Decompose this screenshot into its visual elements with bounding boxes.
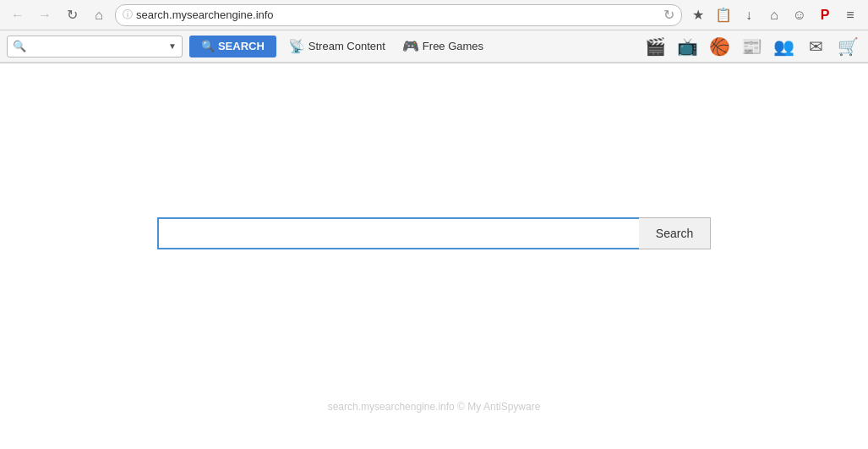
mail-icon[interactable]: ✉	[802, 33, 829, 60]
reload-button[interactable]: ↻	[61, 4, 83, 26]
bookmark-list-button[interactable]: 📋	[712, 4, 734, 26]
address-bar: ⓘ ↻	[115, 4, 682, 26]
info-icon[interactable]: ⓘ	[123, 8, 133, 22]
sports-icon[interactable]: 🏀	[706, 33, 733, 60]
emoji-button[interactable]: ☺	[789, 4, 811, 26]
free-games-link[interactable]: 🎮 Free Games	[397, 36, 489, 56]
free-games-label: Free Games	[423, 40, 483, 52]
footer-watermark: search.mysearchengine.info © My AntiSpyw…	[328, 401, 541, 413]
stream-content-label: Stream Content	[308, 40, 385, 52]
toolbar-search-btn-icon: 🔍	[201, 40, 215, 52]
toolbar: 🔍 ▼ 🔍 SEARCH 📡 Stream Content 🎮 Free Gam…	[0, 30, 868, 63]
toolbar-search-btn-label: SEARCH	[218, 40, 265, 52]
people-icon[interactable]: 👥	[770, 33, 797, 60]
address-input[interactable]	[136, 8, 660, 21]
shop-icon[interactable]: 🛒	[834, 33, 861, 60]
menu-button[interactable]: ≡	[839, 4, 861, 26]
stream-content-icon: 📡	[288, 38, 305, 54]
tv-icon[interactable]: 📺	[674, 33, 701, 60]
main-search-input[interactable]	[157, 217, 639, 249]
home-button[interactable]: ⌂	[88, 4, 110, 26]
film-icon[interactable]: 🎬	[641, 33, 669, 60]
forward-button[interactable]: →	[34, 4, 56, 26]
toolbar-search-icon: 🔍	[13, 40, 26, 52]
download-button[interactable]: ↓	[738, 4, 760, 26]
toolbar-quick-icons: 🎬 📺 🏀 📰 👥 ✉ 🛒	[641, 33, 861, 60]
toolbar-search-button[interactable]: 🔍 SEARCH	[189, 36, 276, 57]
back-button[interactable]: ←	[7, 4, 29, 26]
nav-icons: ★ 📋 ↓ ⌂ ☺ P ≡	[687, 4, 861, 26]
nav-bar: ← → ↻ ⌂ ⓘ ↻ ★ 📋 ↓ ⌂ ☺ P ≡	[0, 0, 868, 30]
news-icon[interactable]: 📰	[738, 33, 765, 60]
stream-content-link[interactable]: 📡 Stream Content	[283, 36, 390, 56]
pocket-button[interactable]: P	[814, 4, 836, 26]
main-search-button[interactable]: Search	[639, 217, 711, 249]
main-search-button-label: Search	[656, 227, 693, 240]
bookmark-star-button[interactable]: ★	[687, 4, 709, 26]
toolbar-search-box[interactable]: 🔍 ▼	[7, 36, 183, 57]
browser-chrome: ← → ↻ ⌂ ⓘ ↻ ★ 📋 ↓ ⌂ ☺ P ≡ 🔍 ▼ 🔍 SEARCH	[0, 0, 868, 63]
main-search-area: Search	[157, 217, 711, 249]
page-content: Search search.mysearchengine.info © My A…	[0, 63, 868, 419]
toolbar-search-dropdown[interactable]: ▼	[168, 41, 177, 51]
free-games-icon: 🎮	[402, 38, 419, 54]
home-nav-button[interactable]: ⌂	[763, 4, 785, 26]
refresh-icon[interactable]: ↻	[663, 7, 674, 23]
toolbar-search-input[interactable]	[30, 41, 165, 52]
